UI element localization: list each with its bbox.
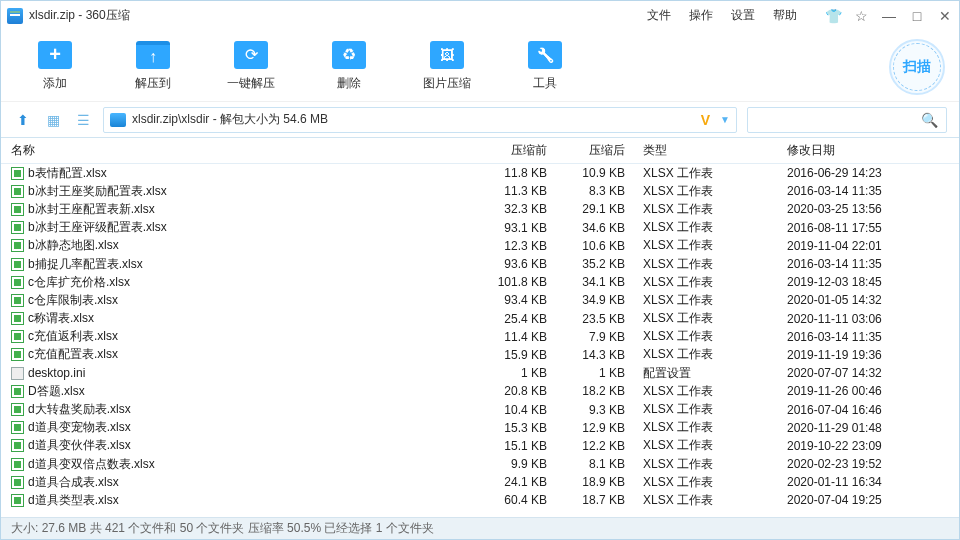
file-type: XLSX 工作表 — [637, 165, 781, 182]
size-after: 9.3 KB — [559, 403, 637, 417]
add-button[interactable]: 添加 — [15, 41, 95, 92]
menu-help[interactable]: 帮助 — [773, 7, 797, 24]
star-icon[interactable]: ☆ — [853, 8, 869, 24]
file-icon — [11, 167, 24, 180]
path-input[interactable]: xlsdir.zip\xlsdir - 解包大小为 54.6 MB V ▼ — [103, 107, 737, 133]
table-row[interactable]: d道具变双倍点数表.xlsx9.9 KB8.1 KBXLSX 工作表2020-0… — [1, 455, 959, 473]
size-after: 34.6 KB — [559, 221, 637, 235]
file-name: b冰封王座配置表新.xlsx — [28, 201, 155, 218]
size-before: 20.8 KB — [479, 384, 559, 398]
table-row[interactable]: d道具变宠物表.xlsx15.3 KB12.9 KBXLSX 工作表2020-1… — [1, 419, 959, 437]
size-after: 18.7 KB — [559, 493, 637, 507]
grid-body[interactable]: b表情配置.xlsx11.8 KB10.9 KBXLSX 工作表2016-06-… — [1, 164, 959, 514]
up-icon[interactable]: ⬆ — [13, 110, 33, 130]
file-name: d道具类型表.xlsx — [28, 492, 119, 509]
header-type[interactable]: 类型 — [637, 142, 781, 159]
file-date: 2016-03-14 11:35 — [781, 257, 959, 271]
table-row[interactable]: c称谓表.xlsx25.4 KB23.5 KBXLSX 工作表2020-11-1… — [1, 310, 959, 328]
chevron-down-icon[interactable]: ▼ — [720, 114, 730, 125]
file-date: 2020-02-23 19:52 — [781, 457, 959, 471]
file-name: c称谓表.xlsx — [28, 310, 94, 327]
table-row[interactable]: d大转盘奖励表.xlsx10.4 KB9.3 KBXLSX 工作表2016-07… — [1, 400, 959, 418]
table-row[interactable]: d道具类型表.xlsx60.4 KB18.7 KBXLSX 工作表2020-07… — [1, 491, 959, 509]
file-type: XLSX 工作表 — [637, 201, 781, 218]
size-after: 23.5 KB — [559, 312, 637, 326]
skin-icon[interactable]: 👕 — [825, 8, 841, 24]
size-before: 101.8 KB — [479, 275, 559, 289]
extract-button[interactable]: 解压到 — [113, 41, 193, 92]
size-after: 8.3 KB — [559, 184, 637, 198]
onekey-label: 一键解压 — [227, 75, 275, 92]
file-type: XLSX 工作表 — [637, 256, 781, 273]
file-date: 2020-07-04 19:25 — [781, 493, 959, 507]
delete-icon — [332, 41, 366, 69]
file-type: XLSX 工作表 — [637, 456, 781, 473]
image-compress-button[interactable]: 图片压缩 — [407, 41, 487, 92]
file-icon — [11, 221, 24, 234]
tools-button[interactable]: 工具 — [505, 41, 585, 92]
scan-button[interactable]: 扫描 — [889, 39, 945, 95]
file-type: XLSX 工作表 — [637, 328, 781, 345]
table-row[interactable]: b表情配置.xlsx11.8 KB10.9 KBXLSX 工作表2016-06-… — [1, 164, 959, 182]
table-row[interactable]: d道具变伙伴表.xlsx15.1 KB12.2 KBXLSX 工作表2019-1… — [1, 437, 959, 455]
file-icon — [11, 348, 24, 361]
table-row[interactable]: b冰封王座奖励配置表.xlsx11.3 KB8.3 KBXLSX 工作表2016… — [1, 182, 959, 200]
header-date[interactable]: 修改日期 — [781, 142, 959, 159]
header-name[interactable]: 名称 — [1, 142, 479, 159]
file-grid: 名称 压缩前 压缩后 类型 修改日期 b表情配置.xlsx11.8 KB10.9… — [1, 137, 959, 514]
search-input[interactable]: 🔍 — [747, 107, 947, 133]
table-row[interactable]: d道具合成表.xlsx24.1 KB18.9 KBXLSX 工作表2020-01… — [1, 473, 959, 491]
file-type: XLSX 工作表 — [637, 292, 781, 309]
file-date: 2020-11-29 01:48 — [781, 421, 959, 435]
size-before: 9.9 KB — [479, 457, 559, 471]
file-name: c仓库扩充价格.xlsx — [28, 274, 130, 291]
path-bar: ⬆ ▦ ☰ xlsdir.zip\xlsdir - 解包大小为 54.6 MB … — [1, 101, 959, 137]
grid-view-icon[interactable]: ▦ — [43, 110, 63, 130]
file-date: 2016-03-14 11:35 — [781, 184, 959, 198]
file-icon — [11, 458, 24, 471]
file-date: 2016-07-04 16:46 — [781, 403, 959, 417]
table-row[interactable]: desktop.ini1 KB1 KB配置设置2020-07-07 14:32 — [1, 364, 959, 382]
file-name: d道具变宠物表.xlsx — [28, 419, 131, 436]
minimize-button[interactable]: — — [881, 8, 897, 24]
file-type: XLSX 工作表 — [637, 219, 781, 236]
file-icon — [11, 185, 24, 198]
file-name: b表情配置.xlsx — [28, 165, 107, 182]
table-row[interactable]: b冰封王座评级配置表.xlsx93.1 KB34.6 KBXLSX 工作表201… — [1, 219, 959, 237]
table-row[interactable]: c仓库扩充价格.xlsx101.8 KB34.1 KBXLSX 工作表2019-… — [1, 273, 959, 291]
table-row[interactable]: c充值返利表.xlsx11.4 KB7.9 KBXLSX 工作表2016-03-… — [1, 328, 959, 346]
file-icon — [11, 494, 24, 507]
file-icon — [11, 403, 24, 416]
close-button[interactable]: ✕ — [937, 8, 953, 24]
size-before: 1 KB — [479, 366, 559, 380]
size-before: 11.8 KB — [479, 166, 559, 180]
table-row[interactable]: b冰静态地图.xlsx12.3 KB10.6 KBXLSX 工作表2019-11… — [1, 237, 959, 255]
table-row[interactable]: c仓库限制表.xlsx93.4 KB34.9 KBXLSX 工作表2020-01… — [1, 291, 959, 309]
table-row[interactable]: D答题.xlsx20.8 KB18.2 KBXLSX 工作表2019-11-26… — [1, 382, 959, 400]
header-after[interactable]: 压缩后 — [559, 142, 637, 159]
menu-settings[interactable]: 设置 — [731, 7, 755, 24]
onekey-button[interactable]: 一键解压 — [211, 41, 291, 92]
extract-label: 解压到 — [135, 75, 171, 92]
window-buttons: 👕 ☆ — □ ✕ — [825, 8, 953, 24]
file-icon — [11, 203, 24, 216]
size-after: 18.2 KB — [559, 384, 637, 398]
image-label: 图片压缩 — [423, 75, 471, 92]
file-name: d道具合成表.xlsx — [28, 474, 119, 491]
header-before[interactable]: 压缩前 — [479, 142, 559, 159]
delete-button[interactable]: 删除 — [309, 41, 389, 92]
menu-file[interactable]: 文件 — [647, 7, 671, 24]
file-type: XLSX 工作表 — [637, 310, 781, 327]
size-before: 93.6 KB — [479, 257, 559, 271]
list-view-icon[interactable]: ☰ — [73, 110, 93, 130]
file-date: 2019-10-22 23:09 — [781, 439, 959, 453]
menu-operate[interactable]: 操作 — [689, 7, 713, 24]
table-row[interactable]: b冰封王座配置表新.xlsx32.3 KB29.1 KBXLSX 工作表2020… — [1, 200, 959, 218]
table-row[interactable]: c充值配置表.xlsx15.9 KB14.3 KBXLSX 工作表2019-11… — [1, 346, 959, 364]
v-badge-icon[interactable]: V — [701, 112, 710, 128]
size-before: 15.9 KB — [479, 348, 559, 362]
tools-label: 工具 — [533, 75, 557, 92]
table-row[interactable]: b捕捉几率配置表.xlsx93.6 KB35.2 KBXLSX 工作表2016-… — [1, 255, 959, 273]
file-type: XLSX 工作表 — [637, 383, 781, 400]
maximize-button[interactable]: □ — [909, 8, 925, 24]
